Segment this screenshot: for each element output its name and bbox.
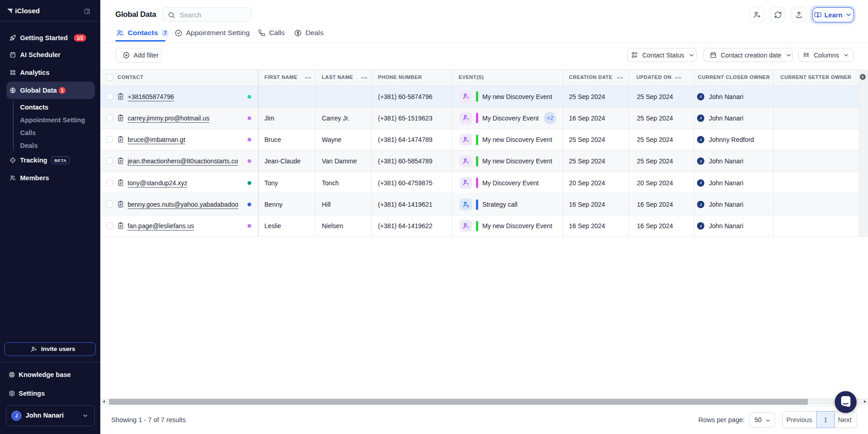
svg-text:$: $ — [467, 204, 469, 208]
svg-text:?: ? — [467, 96, 469, 100]
svg-text:?: ? — [467, 182, 469, 186]
svg-text:?: ? — [467, 139, 469, 143]
svg-text:?: ? — [467, 225, 469, 230]
svg-text:?: ? — [467, 117, 469, 121]
svg-text:?: ? — [467, 161, 469, 165]
